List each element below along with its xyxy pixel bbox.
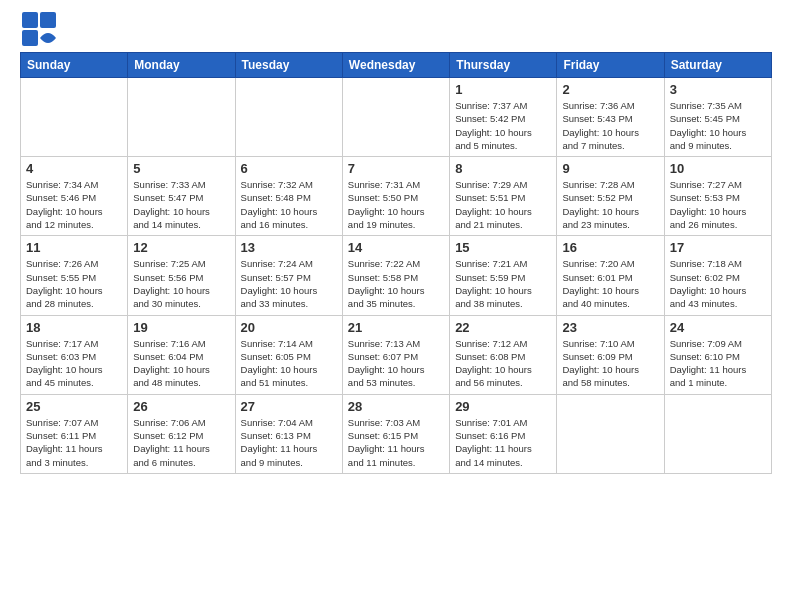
day-number: 19 [133, 320, 229, 335]
day-info: Sunrise: 7:35 AM Sunset: 5:45 PM Dayligh… [670, 99, 766, 152]
day-info: Sunrise: 7:17 AM Sunset: 6:03 PM Dayligh… [26, 337, 122, 390]
day-number: 29 [455, 399, 551, 414]
day-info: Sunrise: 7:10 AM Sunset: 6:09 PM Dayligh… [562, 337, 658, 390]
day-info: Sunrise: 7:16 AM Sunset: 6:04 PM Dayligh… [133, 337, 229, 390]
day-number: 14 [348, 240, 444, 255]
calendar-cell: 13Sunrise: 7:24 AM Sunset: 5:57 PM Dayli… [235, 236, 342, 315]
calendar-cell: 17Sunrise: 7:18 AM Sunset: 6:02 PM Dayli… [664, 236, 771, 315]
calendar-cell: 29Sunrise: 7:01 AM Sunset: 6:16 PM Dayli… [450, 394, 557, 473]
calendar-day-header: Wednesday [342, 53, 449, 78]
calendar-cell: 27Sunrise: 7:04 AM Sunset: 6:13 PM Dayli… [235, 394, 342, 473]
day-number: 9 [562, 161, 658, 176]
day-number: 20 [241, 320, 337, 335]
day-info: Sunrise: 7:07 AM Sunset: 6:11 PM Dayligh… [26, 416, 122, 469]
day-number: 28 [348, 399, 444, 414]
day-info: Sunrise: 7:28 AM Sunset: 5:52 PM Dayligh… [562, 178, 658, 231]
svg-rect-0 [22, 12, 38, 28]
calendar-cell [557, 394, 664, 473]
calendar-day-header: Sunday [21, 53, 128, 78]
day-number: 15 [455, 240, 551, 255]
calendar-day-header: Tuesday [235, 53, 342, 78]
day-info: Sunrise: 7:24 AM Sunset: 5:57 PM Dayligh… [241, 257, 337, 310]
day-number: 10 [670, 161, 766, 176]
svg-rect-1 [40, 12, 56, 28]
day-info: Sunrise: 7:03 AM Sunset: 6:15 PM Dayligh… [348, 416, 444, 469]
calendar-cell: 14Sunrise: 7:22 AM Sunset: 5:58 PM Dayli… [342, 236, 449, 315]
day-number: 5 [133, 161, 229, 176]
calendar-week-row: 1Sunrise: 7:37 AM Sunset: 5:42 PM Daylig… [21, 78, 772, 157]
calendar-week-row: 18Sunrise: 7:17 AM Sunset: 6:03 PM Dayli… [21, 315, 772, 394]
calendar-cell: 16Sunrise: 7:20 AM Sunset: 6:01 PM Dayli… [557, 236, 664, 315]
day-info: Sunrise: 7:22 AM Sunset: 5:58 PM Dayligh… [348, 257, 444, 310]
day-info: Sunrise: 7:21 AM Sunset: 5:59 PM Dayligh… [455, 257, 551, 310]
day-info: Sunrise: 7:26 AM Sunset: 5:55 PM Dayligh… [26, 257, 122, 310]
day-info: Sunrise: 7:20 AM Sunset: 6:01 PM Dayligh… [562, 257, 658, 310]
calendar-cell [128, 78, 235, 157]
calendar-cell: 23Sunrise: 7:10 AM Sunset: 6:09 PM Dayli… [557, 315, 664, 394]
day-info: Sunrise: 7:32 AM Sunset: 5:48 PM Dayligh… [241, 178, 337, 231]
calendar-header-row: SundayMondayTuesdayWednesdayThursdayFrid… [21, 53, 772, 78]
calendar-day-header: Friday [557, 53, 664, 78]
day-number: 12 [133, 240, 229, 255]
day-number: 21 [348, 320, 444, 335]
calendar-cell: 25Sunrise: 7:07 AM Sunset: 6:11 PM Dayli… [21, 394, 128, 473]
calendar-cell: 10Sunrise: 7:27 AM Sunset: 5:53 PM Dayli… [664, 157, 771, 236]
calendar-cell: 22Sunrise: 7:12 AM Sunset: 6:08 PM Dayli… [450, 315, 557, 394]
calendar-cell: 20Sunrise: 7:14 AM Sunset: 6:05 PM Dayli… [235, 315, 342, 394]
calendar-cell: 1Sunrise: 7:37 AM Sunset: 5:42 PM Daylig… [450, 78, 557, 157]
calendar-cell: 21Sunrise: 7:13 AM Sunset: 6:07 PM Dayli… [342, 315, 449, 394]
day-number: 25 [26, 399, 122, 414]
calendar-day-header: Monday [128, 53, 235, 78]
day-info: Sunrise: 7:29 AM Sunset: 5:51 PM Dayligh… [455, 178, 551, 231]
calendar-cell: 8Sunrise: 7:29 AM Sunset: 5:51 PM Daylig… [450, 157, 557, 236]
day-info: Sunrise: 7:06 AM Sunset: 6:12 PM Dayligh… [133, 416, 229, 469]
day-number: 16 [562, 240, 658, 255]
day-info: Sunrise: 7:13 AM Sunset: 6:07 PM Dayligh… [348, 337, 444, 390]
day-number: 24 [670, 320, 766, 335]
day-info: Sunrise: 7:31 AM Sunset: 5:50 PM Dayligh… [348, 178, 444, 231]
calendar-week-row: 11Sunrise: 7:26 AM Sunset: 5:55 PM Dayli… [21, 236, 772, 315]
calendar-day-header: Thursday [450, 53, 557, 78]
day-info: Sunrise: 7:34 AM Sunset: 5:46 PM Dayligh… [26, 178, 122, 231]
calendar-cell: 3Sunrise: 7:35 AM Sunset: 5:45 PM Daylig… [664, 78, 771, 157]
calendar-cell [235, 78, 342, 157]
day-info: Sunrise: 7:12 AM Sunset: 6:08 PM Dayligh… [455, 337, 551, 390]
calendar-cell: 19Sunrise: 7:16 AM Sunset: 6:04 PM Dayli… [128, 315, 235, 394]
day-number: 26 [133, 399, 229, 414]
page-header [0, 0, 792, 52]
day-number: 27 [241, 399, 337, 414]
calendar-cell: 2Sunrise: 7:36 AM Sunset: 5:43 PM Daylig… [557, 78, 664, 157]
day-info: Sunrise: 7:01 AM Sunset: 6:16 PM Dayligh… [455, 416, 551, 469]
page-container: SundayMondayTuesdayWednesdayThursdayFrid… [0, 0, 792, 480]
day-number: 23 [562, 320, 658, 335]
logo-icon [20, 10, 58, 48]
day-number: 6 [241, 161, 337, 176]
calendar-cell: 12Sunrise: 7:25 AM Sunset: 5:56 PM Dayli… [128, 236, 235, 315]
logo [20, 10, 62, 48]
day-number: 11 [26, 240, 122, 255]
day-info: Sunrise: 7:14 AM Sunset: 6:05 PM Dayligh… [241, 337, 337, 390]
calendar-cell: 7Sunrise: 7:31 AM Sunset: 5:50 PM Daylig… [342, 157, 449, 236]
day-number: 4 [26, 161, 122, 176]
day-number: 7 [348, 161, 444, 176]
day-number: 8 [455, 161, 551, 176]
svg-rect-2 [22, 30, 38, 46]
calendar-cell: 11Sunrise: 7:26 AM Sunset: 5:55 PM Dayli… [21, 236, 128, 315]
day-number: 2 [562, 82, 658, 97]
calendar-cell: 9Sunrise: 7:28 AM Sunset: 5:52 PM Daylig… [557, 157, 664, 236]
day-number: 3 [670, 82, 766, 97]
calendar-cell: 5Sunrise: 7:33 AM Sunset: 5:47 PM Daylig… [128, 157, 235, 236]
day-number: 1 [455, 82, 551, 97]
calendar-wrapper: SundayMondayTuesdayWednesdayThursdayFrid… [0, 52, 792, 480]
calendar-day-header: Saturday [664, 53, 771, 78]
calendar-table: SundayMondayTuesdayWednesdayThursdayFrid… [20, 52, 772, 474]
calendar-cell: 18Sunrise: 7:17 AM Sunset: 6:03 PM Dayli… [21, 315, 128, 394]
day-number: 22 [455, 320, 551, 335]
calendar-week-row: 25Sunrise: 7:07 AM Sunset: 6:11 PM Dayli… [21, 394, 772, 473]
day-info: Sunrise: 7:18 AM Sunset: 6:02 PM Dayligh… [670, 257, 766, 310]
day-number: 13 [241, 240, 337, 255]
calendar-cell: 28Sunrise: 7:03 AM Sunset: 6:15 PM Dayli… [342, 394, 449, 473]
calendar-cell: 24Sunrise: 7:09 AM Sunset: 6:10 PM Dayli… [664, 315, 771, 394]
day-info: Sunrise: 7:04 AM Sunset: 6:13 PM Dayligh… [241, 416, 337, 469]
day-info: Sunrise: 7:37 AM Sunset: 5:42 PM Dayligh… [455, 99, 551, 152]
